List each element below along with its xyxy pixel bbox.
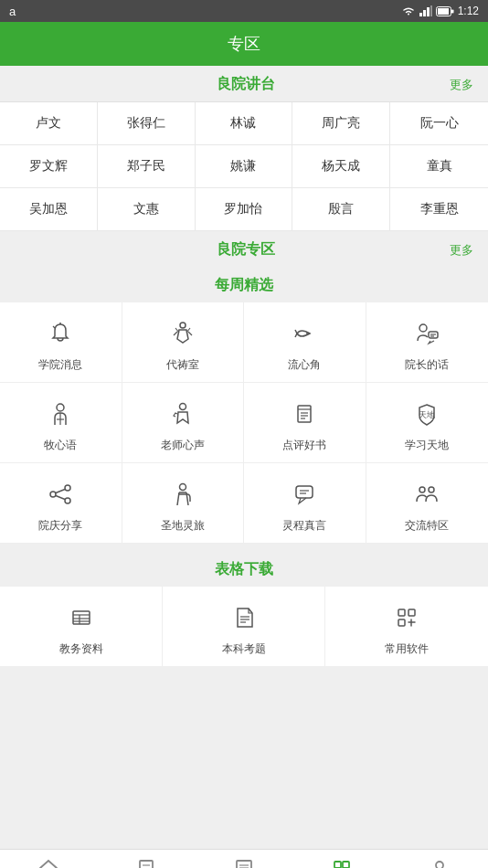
person-cell[interactable]: 罗文辉 — [0, 145, 98, 188]
person-cell[interactable]: 张得仁 — [98, 102, 196, 145]
svg-rect-46 — [408, 609, 415, 616]
weekly-item-label: 学院消息 — [38, 357, 82, 373]
svg-rect-1 — [423, 10, 426, 16]
download-item-label: 教务资料 — [59, 641, 103, 657]
document-icon — [226, 599, 262, 636]
svg-rect-45 — [398, 609, 405, 616]
person-cell[interactable]: 姚谦 — [196, 145, 293, 188]
nav-icon-special — [232, 857, 256, 869]
weekly-item-label: 院庆分享 — [38, 518, 82, 534]
header-title: 专区 — [228, 33, 260, 55]
person-cell[interactable]: 郑子民 — [98, 145, 196, 188]
download-item-label: 本科考题 — [222, 641, 266, 657]
nav-icon-home — [37, 857, 60, 869]
download-item-benke-kaoti[interactable]: 本科考题 — [163, 587, 325, 666]
person-grid: 卢文张得仁林诚周广亮阮一心罗文辉郑子民姚谦杨天成童真吴加恩文惠罗加怡殷言李重恩 — [0, 101, 488, 231]
svg-point-26 — [65, 485, 70, 491]
status-bar: a 1:12 — [0, 0, 488, 22]
weekly-item-xuexi-tiandi[interactable]: 天地 学习天地 — [366, 383, 489, 463]
share-icon — [42, 476, 79, 513]
weekly-item-label: 牧心语 — [44, 438, 77, 453]
svg-point-31 — [179, 484, 186, 491]
liangyuan-lecture-more[interactable]: 更多 — [450, 77, 473, 93]
weekly-item-label: 灵程真言 — [282, 518, 326, 534]
nav-icon-zone — [330, 857, 354, 869]
weekly-grid: 学院消息 代祷室 流心角 院长的话 牧心语 老师心声 点评好书 天地 学习天地 … — [0, 302, 488, 544]
svg-rect-55 — [334, 862, 341, 868]
person-speech-icon — [408, 315, 445, 352]
svg-point-12 — [306, 333, 308, 334]
table-icon — [63, 599, 100, 636]
weekly-item-dai-qi-shi[interactable]: 代祷室 — [122, 302, 245, 383]
person-cell[interactable]: 杨天成 — [292, 145, 390, 188]
svg-rect-3 — [430, 5, 432, 16]
nav-item-zone[interactable]: 专区 — [292, 857, 390, 869]
svg-rect-56 — [343, 862, 349, 868]
bottom-nav: 首页 课程 特辑 专区 我的 — [0, 849, 488, 868]
person-cell[interactable]: 阮一心 — [390, 102, 488, 145]
svg-rect-6 — [451, 9, 454, 13]
svg-rect-51 — [237, 861, 251, 869]
svg-point-19 — [179, 404, 186, 410]
weekly-item-label: 代祷室 — [166, 357, 199, 373]
person-cell[interactable]: 吴加恩 — [0, 188, 98, 231]
status-time: 1:12 — [458, 5, 479, 17]
weekly-item-mu-xin-yu[interactable]: 牧心语 — [0, 383, 122, 463]
pilgrim-icon — [164, 476, 201, 513]
weekly-item-xue-yuan-xiaoxi[interactable]: 学院消息 — [0, 302, 122, 383]
speech-icon — [286, 476, 323, 513]
app-header: 专区 — [0, 22, 488, 66]
download-item-changyong-ruanjian[interactable]: 常用软件 — [325, 587, 488, 666]
nav-item-mine[interactable]: 我的 — [390, 857, 488, 869]
svg-line-29 — [56, 490, 65, 493]
weekly-item-yuan-zhang-hua[interactable]: 院长的话 — [366, 302, 489, 383]
wifi-icon — [401, 5, 416, 16]
svg-line-30 — [56, 496, 65, 500]
svg-point-28 — [50, 492, 56, 497]
weekly-item-yuan-qing-fenxiang[interactable]: 院庆分享 — [0, 463, 122, 544]
person-cell[interactable]: 李重恩 — [390, 188, 488, 231]
weekly-item-liu-xin-jiao[interactable]: 流心角 — [244, 302, 366, 383]
person-cell[interactable]: 罗加怡 — [196, 188, 293, 231]
person-cell[interactable]: 殷言 — [292, 188, 390, 231]
nav-item-home[interactable]: 首页 — [0, 857, 98, 869]
weekly-item-label: 院长的话 — [405, 357, 449, 373]
liangyuan-zone-more[interactable]: 更多 — [450, 242, 473, 259]
bell-icon — [42, 315, 79, 352]
person-cell[interactable]: 周广亮 — [292, 102, 390, 145]
weekly-item-ling-cheng-zhenyan[interactable]: 灵程真言 — [244, 463, 366, 544]
weekly-item-label: 学习天地 — [405, 438, 449, 453]
liangyuan-lecture-header: 良院讲台 更多 — [0, 66, 488, 101]
svg-point-27 — [65, 498, 70, 503]
weekly-item-sheng-di-linlv[interactable]: 圣地灵旅 — [122, 463, 245, 544]
weekly-item-jiaoliu-tequ[interactable]: 交流特区 — [366, 463, 489, 544]
svg-point-59 — [436, 862, 443, 869]
svg-rect-32 — [296, 486, 313, 498]
download-header: 表格下载 — [0, 551, 488, 587]
person-cell[interactable]: 林诚 — [196, 102, 293, 145]
svg-point-13 — [419, 324, 427, 332]
download-item-label: 常用软件 — [385, 641, 429, 657]
weekly-item-lao-shi-xinsheng[interactable]: 老师心声 — [122, 383, 245, 463]
person-cell[interactable]: 童真 — [390, 145, 488, 188]
svg-point-9 — [180, 323, 186, 328]
book-icon — [286, 396, 323, 432]
svg-rect-48 — [140, 861, 153, 869]
group-icon — [408, 476, 445, 513]
person-cell[interactable]: 卢文 — [0, 102, 98, 145]
app-icon — [388, 599, 425, 636]
liangyuan-zone-header: 良院专区 更多 — [0, 231, 488, 267]
download-grid: 教务资料 本科考题 常用软件 — [0, 587, 488, 666]
weekly-item-dian-ping-haoshu[interactable]: 点评好书 — [244, 383, 366, 463]
weekly-header: 每周精选 — [0, 267, 488, 302]
nav-item-special[interactable]: 特辑 — [196, 857, 293, 869]
weekly-item-label: 圣地灵旅 — [161, 518, 205, 534]
download-item-jiaowu-ziliao[interactable]: 教务资料 — [0, 587, 163, 666]
pray-icon — [164, 315, 201, 352]
liangyuan-lecture-title: 良院讲台 — [42, 75, 450, 94]
svg-point-35 — [419, 487, 425, 492]
nav-item-course[interactable]: 课程 — [98, 857, 196, 869]
svg-text:天地: 天地 — [419, 410, 435, 419]
svg-line-8 — [53, 326, 55, 328]
person-cell[interactable]: 文惠 — [98, 188, 196, 231]
